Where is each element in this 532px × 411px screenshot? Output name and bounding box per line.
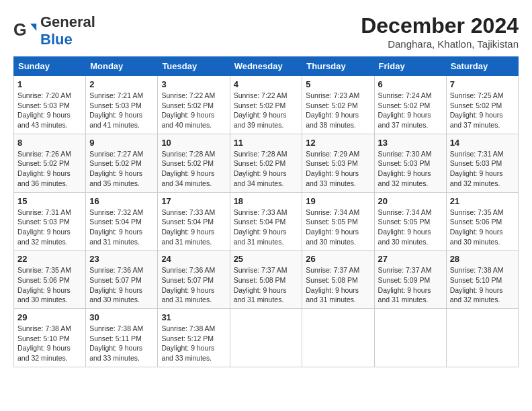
day-cell (374, 309, 446, 367)
day-number: 25 (234, 254, 299, 264)
day-cell: 27 Sunrise: 7:37 AM Sunset: 5:09 PM Dayl… (374, 250, 446, 309)
title-area: December 2024 Danghara, Khatlon, Tajikis… (361, 13, 519, 50)
header-wednesday: Wednesday (230, 57, 302, 76)
day-number: 28 (450, 254, 515, 264)
calendar-header-row: SundayMondayTuesdayWednesdayThursdayFrid… (14, 57, 519, 76)
day-number: 14 (450, 138, 515, 148)
day-cell: 11 Sunrise: 7:28 AM Sunset: 5:02 PM Dayl… (230, 134, 302, 192)
day-info: Sunrise: 7:37 AM Sunset: 5:08 PM Dayligh… (306, 265, 370, 305)
day-info: Sunrise: 7:22 AM Sunset: 5:02 PM Dayligh… (234, 91, 299, 130)
day-number: 11 (234, 138, 299, 148)
day-number: 22 (17, 254, 82, 264)
day-cell (446, 309, 518, 367)
day-cell: 29 Sunrise: 7:38 AM Sunset: 5:10 PM Dayl… (14, 309, 86, 367)
day-number: 27 (378, 254, 443, 264)
day-number: 16 (89, 196, 154, 206)
day-number: 7 (450, 79, 515, 89)
day-cell: 13 Sunrise: 7:30 AM Sunset: 5:03 PM Dayl… (374, 134, 446, 192)
day-cell: 20 Sunrise: 7:34 AM Sunset: 5:05 PM Dayl… (374, 192, 446, 250)
week-row-3: 15 Sunrise: 7:31 AM Sunset: 5:03 PM Dayl… (14, 192, 519, 250)
svg-marker-1 (30, 24, 36, 31)
day-cell: 12 Sunrise: 7:29 AM Sunset: 5:03 PM Dayl… (302, 134, 374, 192)
day-number: 3 (161, 79, 226, 89)
header-thursday: Thursday (302, 57, 374, 76)
day-cell: 31 Sunrise: 7:38 AM Sunset: 5:12 PM Dayl… (158, 309, 230, 367)
day-number: 26 (306, 254, 370, 264)
day-number: 20 (378, 196, 443, 206)
day-info: Sunrise: 7:22 AM Sunset: 5:02 PM Dayligh… (161, 91, 226, 130)
day-info: Sunrise: 7:24 AM Sunset: 5:02 PM Dayligh… (378, 91, 443, 130)
day-cell: 1 Sunrise: 7:20 AM Sunset: 5:03 PM Dayli… (14, 76, 86, 134)
day-info: Sunrise: 7:35 AM Sunset: 5:06 PM Dayligh… (17, 265, 82, 305)
day-info: Sunrise: 7:23 AM Sunset: 5:02 PM Dayligh… (306, 91, 370, 130)
day-info: Sunrise: 7:33 AM Sunset: 5:04 PM Dayligh… (161, 208, 226, 247)
day-cell: 8 Sunrise: 7:26 AM Sunset: 5:02 PM Dayli… (14, 134, 86, 192)
day-number: 9 (89, 138, 154, 148)
day-info: Sunrise: 7:36 AM Sunset: 5:07 PM Dayligh… (89, 265, 154, 305)
day-cell (302, 309, 374, 367)
day-info: Sunrise: 7:38 AM Sunset: 5:12 PM Dayligh… (161, 324, 226, 363)
day-number: 23 (89, 254, 154, 264)
day-info: Sunrise: 7:28 AM Sunset: 5:02 PM Dayligh… (234, 149, 299, 189)
day-cell: 14 Sunrise: 7:31 AM Sunset: 5:03 PM Dayl… (446, 134, 518, 192)
week-row-4: 22 Sunrise: 7:35 AM Sunset: 5:06 PM Dayl… (14, 250, 519, 309)
day-cell: 26 Sunrise: 7:37 AM Sunset: 5:08 PM Dayl… (302, 250, 374, 309)
day-number: 29 (17, 312, 82, 322)
day-cell: 24 Sunrise: 7:36 AM Sunset: 5:07 PM Dayl… (158, 250, 230, 309)
header-monday: Monday (86, 57, 158, 76)
day-info: Sunrise: 7:21 AM Sunset: 5:03 PM Dayligh… (89, 91, 154, 130)
calendar-table: SundayMondayTuesdayWednesdayThursdayFrid… (13, 56, 519, 367)
day-number: 5 (306, 79, 370, 89)
day-number: 4 (234, 79, 299, 89)
day-cell: 22 Sunrise: 7:35 AM Sunset: 5:06 PM Dayl… (14, 250, 86, 309)
day-cell: 17 Sunrise: 7:33 AM Sunset: 5:04 PM Dayl… (158, 192, 230, 250)
day-number: 8 (17, 138, 82, 148)
header-friday: Friday (374, 57, 446, 76)
day-cell: 15 Sunrise: 7:31 AM Sunset: 5:03 PM Dayl… (14, 192, 86, 250)
day-number: 6 (378, 79, 443, 89)
day-cell: 21 Sunrise: 7:35 AM Sunset: 5:06 PM Dayl… (446, 192, 518, 250)
header-sunday: Sunday (14, 57, 86, 76)
day-info: Sunrise: 7:37 AM Sunset: 5:08 PM Dayligh… (234, 265, 299, 305)
week-row-5: 29 Sunrise: 7:38 AM Sunset: 5:10 PM Dayl… (14, 309, 519, 367)
day-info: Sunrise: 7:36 AM Sunset: 5:07 PM Dayligh… (161, 265, 226, 305)
logo-blue-text: Blue (40, 31, 73, 48)
day-number: 13 (378, 138, 443, 148)
day-cell: 23 Sunrise: 7:36 AM Sunset: 5:07 PM Dayl… (86, 250, 158, 309)
location-title: Danghara, Khatlon, Tajikistan (361, 38, 519, 50)
day-info: Sunrise: 7:33 AM Sunset: 5:04 PM Dayligh… (234, 208, 299, 247)
day-info: Sunrise: 7:31 AM Sunset: 5:03 PM Dayligh… (450, 149, 515, 189)
day-cell: 18 Sunrise: 7:33 AM Sunset: 5:04 PM Dayl… (230, 192, 302, 250)
day-cell: 9 Sunrise: 7:27 AM Sunset: 5:02 PM Dayli… (86, 134, 158, 192)
logo: G General Blue (13, 13, 95, 48)
day-info: Sunrise: 7:31 AM Sunset: 5:03 PM Dayligh… (17, 208, 82, 247)
logo-general-text: General (40, 13, 95, 30)
day-cell: 6 Sunrise: 7:24 AM Sunset: 5:02 PM Dayli… (374, 76, 446, 134)
day-number: 10 (161, 138, 226, 148)
logo-icon: G (13, 19, 38, 43)
day-number: 17 (161, 196, 226, 206)
header-tuesday: Tuesday (158, 57, 230, 76)
day-number: 19 (306, 196, 370, 206)
week-row-2: 8 Sunrise: 7:26 AM Sunset: 5:02 PM Dayli… (14, 134, 519, 192)
day-info: Sunrise: 7:38 AM Sunset: 5:10 PM Dayligh… (17, 324, 82, 363)
day-cell: 10 Sunrise: 7:28 AM Sunset: 5:02 PM Dayl… (158, 134, 230, 192)
day-info: Sunrise: 7:27 AM Sunset: 5:02 PM Dayligh… (89, 149, 154, 189)
day-info: Sunrise: 7:28 AM Sunset: 5:02 PM Dayligh… (161, 149, 226, 189)
day-cell: 16 Sunrise: 7:32 AM Sunset: 5:04 PM Dayl… (86, 192, 158, 250)
day-number: 30 (89, 312, 154, 322)
day-number: 31 (161, 312, 226, 322)
day-cell: 4 Sunrise: 7:22 AM Sunset: 5:02 PM Dayli… (230, 76, 302, 134)
month-title: December 2024 (361, 13, 519, 38)
day-number: 18 (234, 196, 299, 206)
day-info: Sunrise: 7:34 AM Sunset: 5:05 PM Dayligh… (378, 208, 443, 247)
day-cell: 3 Sunrise: 7:22 AM Sunset: 5:02 PM Dayli… (158, 76, 230, 134)
day-info: Sunrise: 7:37 AM Sunset: 5:09 PM Dayligh… (378, 265, 443, 305)
day-cell: 19 Sunrise: 7:34 AM Sunset: 5:05 PM Dayl… (302, 192, 374, 250)
day-cell: 7 Sunrise: 7:25 AM Sunset: 5:02 PM Dayli… (446, 76, 518, 134)
day-info: Sunrise: 7:35 AM Sunset: 5:06 PM Dayligh… (450, 208, 515, 247)
day-cell: 5 Sunrise: 7:23 AM Sunset: 5:02 PM Dayli… (302, 76, 374, 134)
day-info: Sunrise: 7:26 AM Sunset: 5:02 PM Dayligh… (17, 149, 82, 189)
header-saturday: Saturday (446, 57, 518, 76)
day-info: Sunrise: 7:32 AM Sunset: 5:04 PM Dayligh… (89, 208, 154, 247)
